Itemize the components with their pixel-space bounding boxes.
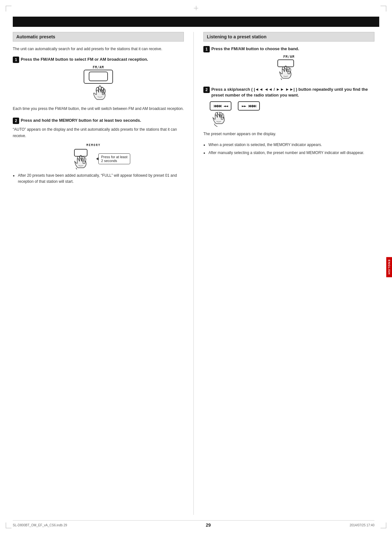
left-step2-text: Press and hold the MEMORY button for at … <box>21 118 141 123</box>
left-step1-num: 1 <box>13 57 19 63</box>
corner-mark-br <box>381 522 386 528</box>
memory-hand-svg <box>73 149 95 169</box>
skip-buttons-row: ⏮⏮ ◄◄ ►► ⏭⏭ <box>210 101 374 128</box>
left-intro-text: The unit can automatically search for an… <box>13 46 184 52</box>
skip-left-btn: ⏮⏮ ◄◄ <box>210 101 231 111</box>
corner-mark-bl <box>6 522 11 528</box>
right-step2-text: Press a skip/search ( |◄◄ ◄◄ / ►► ►►| ) … <box>211 87 374 98</box>
right-step1-row: 1 Press the FM/AM button to choose the b… <box>203 46 374 52</box>
fmam-button-wrap-right: FM/AM <box>276 55 302 81</box>
right-step1-num: 1 <box>203 46 210 52</box>
left-bullet-list: After 20 presets have been added automat… <box>13 173 184 185</box>
svg-rect-0 <box>89 72 108 81</box>
left-column: Automatic presets The unit can automatic… <box>13 32 194 515</box>
corner-mark-tl <box>6 6 11 12</box>
skip-left-wrap: ⏮⏮ ◄◄ <box>210 101 231 128</box>
right-step1-text: Press the FM/AM button to choose the ban… <box>211 46 299 52</box>
corner-mark-tr <box>381 6 386 12</box>
fmam-btn-shape-left <box>84 70 113 84</box>
footer: SL-D800BT_OM_EF_vA_CS6.indb 29 29 2014/0… <box>13 520 374 528</box>
fmam-right-wrap <box>276 59 302 81</box>
skip-right-wrap: ►► ⏭⏭ <box>238 101 260 128</box>
right-step2-note: The preset number appears on the display… <box>203 131 374 137</box>
left-step1-note: Each time you press the FM/AM button, th… <box>13 106 184 112</box>
hand-icon-left-step1 <box>90 84 107 101</box>
content-area: Automatic presets The unit can automatic… <box>13 32 374 515</box>
footer-right: 2014/07/25 17:40 <box>350 523 374 527</box>
right-step2-num: 2 <box>203 87 210 93</box>
right-step2-row: 2 Press a skip/search ( |◄◄ ◄◄ / ►► ►►| … <box>203 87 374 98</box>
language-tab: ENGLISH <box>386 257 392 277</box>
footer-left: SL-D800BT_OM_EF_vA_CS6.indb 29 <box>13 523 67 527</box>
header-bar <box>13 17 379 27</box>
right-section-header: Listening to a preset station <box>203 32 374 42</box>
fmam-button-wrap-left: FM/AM <box>84 66 113 101</box>
fmam-label-left: FM/AM <box>93 66 104 69</box>
right-column: Listening to a preset station 1 Press th… <box>194 32 374 515</box>
left-step1-row: 1 Press the FM/AM button to select FM or… <box>13 57 184 63</box>
fmam-illustration-left: FM/AM <box>13 66 184 101</box>
left-step1-text: Press the FM/AM button to select FM or A… <box>21 57 148 62</box>
page-number: 29 <box>206 522 211 528</box>
memory-btn-wrap <box>73 149 95 169</box>
fmam-label-right: FM/AM <box>283 55 294 58</box>
memory-illus-wrap: Press for at least 2 seconds <box>19 149 184 169</box>
memory-label: MEMORY <box>3 143 184 147</box>
fmam-hand-svg-right <box>276 59 302 80</box>
callout-line2: 2 seconds <box>101 159 117 163</box>
left-step2-num: 2 <box>13 118 19 124</box>
left-step2-note: “AUTO” appears on the display and the un… <box>13 127 184 139</box>
crosshair-top <box>194 6 198 8</box>
skip-right-btn: ►► ⏭⏭ <box>238 101 260 111</box>
right-bullet-item-1: After manually selecting a station, the … <box>203 150 374 156</box>
callout-line1: Press for at least <box>101 155 128 159</box>
hand-skip-left <box>211 112 230 128</box>
fmam-illustration-right: FM/AM <box>203 55 374 81</box>
callout-box: Press for at least 2 seconds <box>98 153 131 164</box>
left-bullet-item: After 20 presets have been added automat… <box>13 173 184 185</box>
left-section-header: Automatic presets <box>13 32 184 42</box>
callout-container: Press for at least 2 seconds <box>98 153 131 164</box>
memory-illustration: MEMORY <box>13 143 184 169</box>
right-bullet-list: When a preset station is selected, the M… <box>203 142 374 156</box>
left-step2-row: 2 Press and hold the MEMORY button for a… <box>13 118 184 124</box>
right-bullet-item-0: When a preset station is selected, the M… <box>203 142 374 148</box>
